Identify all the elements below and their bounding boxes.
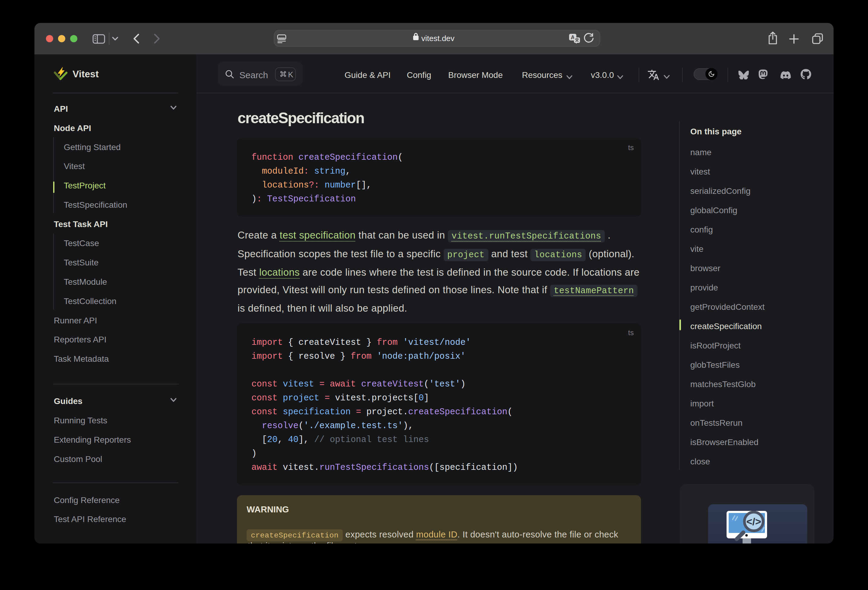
svg-text:</>: </> <box>746 516 761 527</box>
